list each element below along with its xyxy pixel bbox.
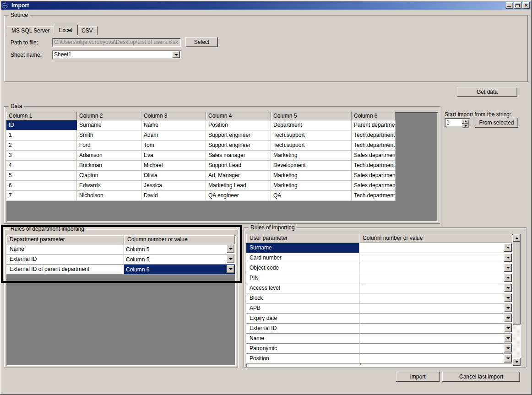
titlebar[interactable]: Import × <box>1 1 531 10</box>
rule-value-combobox[interactable] <box>359 324 512 334</box>
data-cell[interactable]: 3 <box>6 151 77 161</box>
data-cell[interactable]: Tech.department <box>352 161 396 171</box>
chevron-down-icon[interactable] <box>504 243 512 252</box>
data-cell[interactable]: Ad. Manager <box>206 171 271 181</box>
chevron-down-icon[interactable] <box>172 51 180 58</box>
data-cell[interactable]: Support engineer <box>206 130 271 141</box>
rule-value-combobox[interactable] <box>359 354 512 364</box>
tab-excel[interactable]: Excel <box>54 25 78 35</box>
data-cell[interactable]: QA engineer <box>206 191 271 201</box>
rule-parameter-cell[interactable]: Object code <box>246 263 359 273</box>
rule-value-combobox[interactable] <box>359 293 512 303</box>
chevron-down-icon[interactable] <box>227 245 234 253</box>
rule-parameter-cell[interactable]: APB <box>246 303 359 314</box>
data-cell[interactable]: Sales department <box>352 151 396 161</box>
data-cell[interactable]: 1 <box>6 130 77 141</box>
chevron-down-icon[interactable] <box>504 274 512 282</box>
data-cell[interactable]: Ford <box>77 141 141 151</box>
rule-parameter-cell[interactable]: Patronymic <box>246 344 359 354</box>
data-cell[interactable]: Position <box>206 120 271 130</box>
spinner-down-button[interactable] <box>462 124 469 128</box>
path-input[interactable]: C:\Users\olga.vorobyova\Desktop\List of … <box>52 38 181 47</box>
data-cell[interactable]: Tech.department <box>352 130 396 141</box>
rule-value-combobox[interactable] <box>359 253 512 263</box>
data-cell[interactable]: Smith <box>77 130 141 141</box>
rule-parameter-cell[interactable]: Expiry date <box>246 314 359 324</box>
cancel-last-import-button[interactable]: Cancel last import <box>442 372 520 382</box>
chevron-down-icon[interactable] <box>504 284 512 292</box>
data-cell[interactable]: Jessica <box>141 181 206 191</box>
data-cell[interactable]: Michael <box>141 161 206 171</box>
data-cell[interactable]: Tech.department <box>352 191 396 201</box>
rule-value-combobox[interactable] <box>359 344 512 354</box>
start-row-spinner[interactable]: 1 <box>445 118 470 127</box>
data-cell[interactable]: 7 <box>6 191 77 201</box>
chevron-down-icon[interactable] <box>504 344 512 352</box>
rule-parameter-cell[interactable]: External ID of parent department <box>6 265 124 275</box>
get-data-button[interactable]: Get data <box>457 87 517 97</box>
from-selected-button[interactable]: From selected <box>475 118 518 128</box>
tab-csv[interactable]: CSV <box>77 26 98 35</box>
data-cell[interactable]: Eva <box>141 151 206 161</box>
rule-parameter-cell[interactable]: External ID <box>6 254 124 265</box>
data-cell[interactable]: Tom <box>141 141 206 151</box>
chevron-down-icon[interactable] <box>504 254 512 262</box>
rule-value-combobox[interactable] <box>359 314 512 324</box>
data-cell[interactable]: Department <box>271 120 352 130</box>
rule-parameter-cell[interactable]: Block <box>246 293 359 303</box>
data-cell[interactable]: Clapton <box>77 171 141 181</box>
rule-value-combobox[interactable] <box>359 303 512 314</box>
sheet-combobox[interactable]: Sheet1 <box>52 50 181 59</box>
rule-parameter-cell[interactable]: Name <box>6 244 124 254</box>
rule-value-combobox[interactable]: Column 6 <box>124 265 235 275</box>
data-cell[interactable]: Marketing Lead <box>206 181 271 191</box>
rule-value-combobox[interactable] <box>359 283 512 293</box>
chevron-down-icon[interactable] <box>504 354 512 363</box>
data-cell[interactable]: Development <box>271 161 352 171</box>
data-cell[interactable]: Surname <box>77 120 141 130</box>
rule-value-combobox[interactable] <box>359 243 512 253</box>
chevron-down-icon[interactable] <box>504 264 512 272</box>
data-cell[interactable]: QA <box>271 191 352 201</box>
data-cell[interactable]: Marketing <box>271 151 352 161</box>
data-cell[interactable]: David <box>141 191 206 201</box>
data-cell[interactable]: Name <box>141 120 206 130</box>
data-cell[interactable]: Brickman <box>77 161 141 171</box>
data-cell[interactable]: Nicholson <box>77 191 141 201</box>
data-cell[interactable]: Adamson <box>77 151 141 161</box>
scrollbar-thumb[interactable] <box>513 242 521 325</box>
data-cell[interactable]: 4 <box>6 161 77 171</box>
data-cell[interactable]: Adam <box>141 130 206 141</box>
rule-parameter-cell[interactable]: PIN <box>246 273 359 283</box>
select-button[interactable]: Select <box>185 37 218 47</box>
rule-parameter-cell[interactable]: External ID <box>246 324 359 334</box>
data-cell[interactable]: Tech.support <box>271 130 352 141</box>
import-button[interactable]: Import <box>396 372 440 382</box>
rule-value-combobox[interactable]: Column 5 <box>124 254 235 265</box>
rule-parameter-cell[interactable]: Surname <box>246 243 359 253</box>
chevron-down-icon[interactable] <box>504 334 512 342</box>
rule-parameter-cell[interactable]: Card number <box>246 253 359 263</box>
data-cell[interactable]: Sales manager <box>206 151 271 161</box>
data-cell[interactable]: 6 <box>6 181 77 191</box>
data-cell[interactable]: 5 <box>6 171 77 181</box>
data-cell[interactable]: Tech.department <box>352 141 396 151</box>
rule-parameter-cell[interactable]: Name <box>246 334 359 344</box>
data-cell[interactable]: Olivia <box>141 171 206 181</box>
data-cell[interactable]: Marketing <box>271 181 352 191</box>
minimize-button[interactable] <box>506 2 513 9</box>
data-cell[interactable]: 2 <box>6 141 77 151</box>
chevron-down-icon[interactable] <box>504 304 512 312</box>
data-cell[interactable]: Support Lead <box>206 161 271 171</box>
data-cell[interactable]: Tech.support <box>271 141 352 151</box>
data-cell[interactable]: ID <box>6 120 77 130</box>
chevron-down-icon[interactable] <box>227 255 234 263</box>
spinner-up-button[interactable] <box>462 119 469 124</box>
chevron-down-icon[interactable] <box>504 314 512 322</box>
scroll-down-button[interactable] <box>513 358 521 366</box>
data-cell[interactable]: Sales department <box>352 181 396 191</box>
chevron-down-icon[interactable] <box>504 294 512 302</box>
data-cell[interactable]: Sales department <box>352 171 396 181</box>
data-cell[interactable]: Marketing <box>271 171 352 181</box>
rule-value-combobox[interactable] <box>359 334 512 344</box>
